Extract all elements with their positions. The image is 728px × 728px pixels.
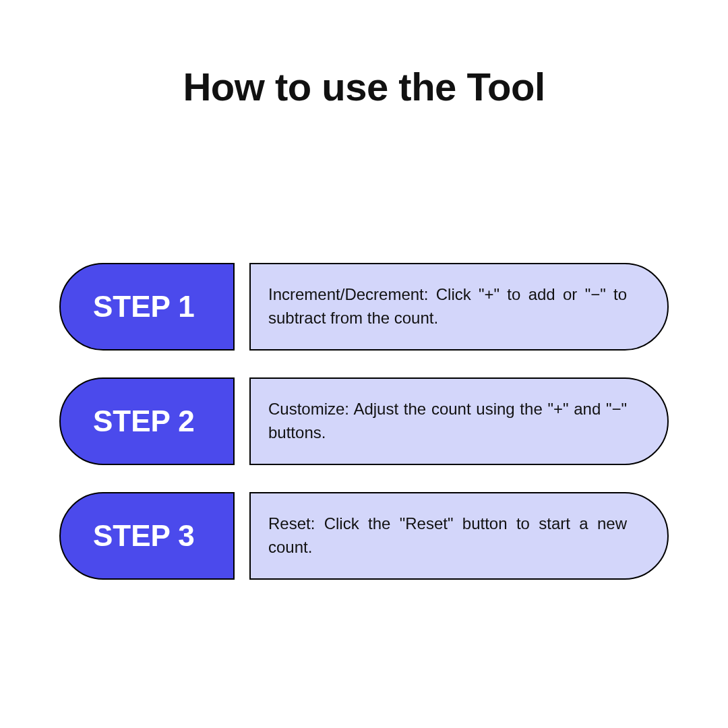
step-badge-2: STEP 2 (59, 377, 235, 465)
steps-list: STEP 1 Increment/Decrement: Click "+" to… (59, 263, 669, 580)
step-content-2: Customize: Adjust the count using the "+… (249, 377, 669, 465)
step-description: Increment/Decrement: Click "+" to add or… (268, 283, 627, 330)
step-label: STEP 3 (93, 519, 195, 553)
step-row-2: STEP 2 Customize: Adjust the count using… (59, 377, 669, 465)
step-row-3: STEP 3 Reset: Click the "Reset" button t… (59, 492, 669, 580)
step-description: Reset: Click the "Reset" button to start… (268, 512, 627, 559)
step-badge-3: STEP 3 (59, 492, 235, 580)
step-row-1: STEP 1 Increment/Decrement: Click "+" to… (59, 263, 669, 351)
step-content-1: Increment/Decrement: Click "+" to add or… (249, 263, 669, 351)
step-content-3: Reset: Click the "Reset" button to start… (249, 492, 669, 580)
step-label: STEP 2 (93, 404, 195, 438)
step-label: STEP 1 (93, 290, 195, 324)
page-title: How to use the Tool (0, 64, 728, 109)
step-badge-1: STEP 1 (59, 263, 235, 351)
step-description: Customize: Adjust the count using the "+… (268, 398, 627, 445)
